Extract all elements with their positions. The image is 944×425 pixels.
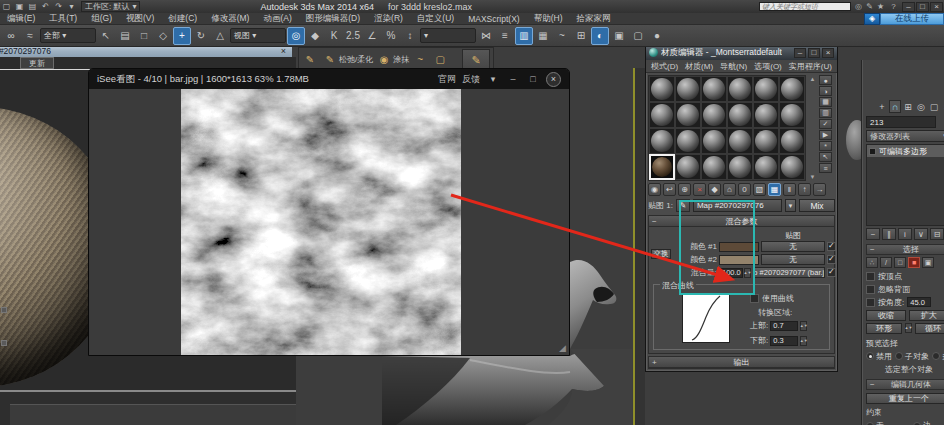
window-control-button[interactable]: × <box>930 2 943 12</box>
toolbar-button[interactable]: ⋈ <box>477 27 495 45</box>
menu-item[interactable]: 视图(V) <box>119 13 161 25</box>
material-tool-button[interactable]: ↑ <box>798 183 811 196</box>
window-control-button[interactable]: – <box>794 48 806 58</box>
resize-grip-icon[interactable]: ◢ <box>559 343 566 353</box>
toolbar-button[interactable]: ≈ <box>21 27 39 45</box>
side-tool-button[interactable]: ↖ <box>819 152 832 162</box>
brush-tool[interactable]: ▢ <box>433 52 449 66</box>
close-icon[interactable]: × <box>281 46 286 56</box>
quick-access-icon[interactable]: ↶ <box>39 1 52 12</box>
side-tool-button[interactable]: ▶ <box>819 130 832 140</box>
online-upload-button[interactable]: 在线上传 <box>880 13 944 25</box>
toolbar-button[interactable]: ⊞ <box>572 27 590 45</box>
material-sample-slot[interactable] <box>675 102 701 128</box>
material-sample-slot[interactable] <box>779 154 805 180</box>
feedback-link[interactable]: 反馈 <box>462 73 480 86</box>
toolbar-button[interactable]: ◎ <box>287 27 305 45</box>
menu-item[interactable]: 编辑(E) <box>0 13 42 25</box>
toolbar-button[interactable]: ↕ <box>401 27 419 45</box>
material-sample-slot[interactable] <box>701 102 727 128</box>
ignore-backfacing-checkbox[interactable] <box>866 285 875 294</box>
toolbar-button[interactable]: ∠ <box>363 27 381 45</box>
titlebar-icon[interactable]: ★ <box>875 2 886 12</box>
modifier-list-dropdown[interactable]: 修改器列表 ▼ <box>866 130 944 142</box>
material-sample-slot[interactable] <box>779 102 805 128</box>
material-sample-slot[interactable] <box>753 128 779 154</box>
material-sample-slot[interactable] <box>779 76 805 102</box>
material-tool-button[interactable]: ‖ <box>783 183 796 196</box>
toolbar-button[interactable]: 视图 ▾ <box>230 28 286 43</box>
window-control-button[interactable]: □ <box>808 48 820 58</box>
menu-item[interactable]: 模式(D) <box>651 61 678 72</box>
side-tool-button[interactable]: ▦ <box>819 97 832 107</box>
toolbar-button[interactable]: ~ <box>553 27 571 45</box>
window-control-button[interactable]: – <box>902 2 915 12</box>
toolbar-button[interactable]: ∞ <box>2 27 20 45</box>
mix-amount-map-button[interactable]: Map #2070297077 (bar.jpg) <box>753 267 825 278</box>
radio-button[interactable] <box>932 352 940 360</box>
menu-item[interactable]: 动画(A) <box>256 13 298 25</box>
loop-button[interactable]: 循环 <box>915 323 944 334</box>
menu-item[interactable]: 组(G) <box>84 13 119 25</box>
ring-button[interactable]: 环形 <box>866 323 902 334</box>
mix-amount-checkbox[interactable] <box>827 268 836 277</box>
color1-map-button[interactable]: 无 <box>761 241 825 252</box>
radio-button[interactable] <box>913 422 921 425</box>
by-vertex-checkbox[interactable] <box>866 272 875 281</box>
spinner-control[interactable]: ▲▼ <box>744 268 751 278</box>
brush-tool[interactable]: ✎ 松弛/柔化 <box>323 52 373 66</box>
lower-zone-field[interactable]: 0.3 <box>770 336 798 346</box>
radio-option[interactable]: 子对象 <box>895 351 929 362</box>
pick-material-eyedropper-icon[interactable]: ✎ <box>676 199 690 212</box>
subobject-button[interactable]: ∴ <box>866 257 878 268</box>
quick-access-icon[interactable]: ▾ <box>65 1 78 12</box>
material-tool-button[interactable]: ▧ <box>753 183 766 196</box>
skin-menu-icon[interactable]: ▾ <box>486 73 500 85</box>
side-tool-button[interactable]: ✓ <box>819 119 832 129</box>
material-tool-button[interactable]: ◆ <box>708 183 721 196</box>
material-tool-button[interactable]: ◉ <box>648 183 661 196</box>
modifier-stack[interactable]: 可编辑多边形 <box>866 144 944 226</box>
spinner-control[interactable]: ▲▼ <box>800 321 807 331</box>
material-sample-slot[interactable] <box>727 128 753 154</box>
command-panel-tab[interactable]: ⊞ <box>902 100 914 113</box>
toolbar-button[interactable]: ◆ <box>306 27 324 45</box>
upper-zone-field[interactable]: 0.7 <box>770 321 798 331</box>
brush-tool[interactable]: ~ <box>413 52 429 66</box>
toolbar-button[interactable]: ● <box>648 27 666 45</box>
material-sample-slot[interactable] <box>649 102 675 128</box>
radio-button[interactable] <box>866 422 874 425</box>
update-button[interactable]: 更新 <box>20 57 54 69</box>
command-panel-tab[interactable]: + <box>876 100 888 113</box>
menu-item[interactable]: 选项(O) <box>754 61 782 72</box>
workspace-dropdown[interactable]: 工作区: 默认▾ <box>81 1 140 12</box>
stack-tool-button[interactable]: ⊟ <box>930 228 944 240</box>
window-control-button[interactable]: × <box>822 48 834 58</box>
repeat-last-button[interactable]: 重复上一个 <box>866 393 944 404</box>
toolbar-button[interactable]: % <box>382 27 400 45</box>
subobject-button[interactable]: ■ <box>908 257 920 268</box>
side-tool-button[interactable]: ● <box>819 75 832 85</box>
toolbar-button[interactable]: ↖ <box>97 27 115 45</box>
menu-item[interactable]: MAXScript(X) <box>461 13 526 25</box>
brush-tool[interactable]: ✎ <box>303 52 319 66</box>
subobject-button[interactable]: ▣ <box>922 257 934 268</box>
menu-item[interactable]: 帮助(H) <box>527 13 570 25</box>
window-control-button[interactable]: □ <box>916 2 929 12</box>
toolbar-button[interactable]: ↻ <box>192 27 210 45</box>
isee-viewer-window[interactable]: iSee看图 - 4/10 | bar.jpg | 1600*1613 63% … <box>88 68 570 356</box>
search-input[interactable] <box>759 2 851 11</box>
titlebar-icon[interactable]: ◎ <box>853 2 864 12</box>
shrink-button[interactable]: 收缩 <box>866 310 906 321</box>
command-panel-tab[interactable]: ◎ <box>915 100 927 113</box>
minimize-button[interactable]: – <box>506 73 520 85</box>
material-sample-slot[interactable] <box>727 76 753 102</box>
mix-amount-field[interactable]: 100.0 <box>719 268 743 278</box>
material-editor-window[interactable]: 材质编辑器 - _Montserratdefault –□× 模式(D)材质(M… <box>645 44 838 372</box>
rollout-header[interactable]: 混合参数 <box>649 216 834 227</box>
menu-item[interactable]: 修改器(M) <box>204 13 256 25</box>
material-tool-button[interactable]: ⌂ <box>723 183 736 196</box>
maximize-button[interactable]: □ <box>526 73 540 85</box>
toolbar-button[interactable]: ▣ <box>610 27 628 45</box>
material-sample-slot[interactable] <box>701 154 727 180</box>
